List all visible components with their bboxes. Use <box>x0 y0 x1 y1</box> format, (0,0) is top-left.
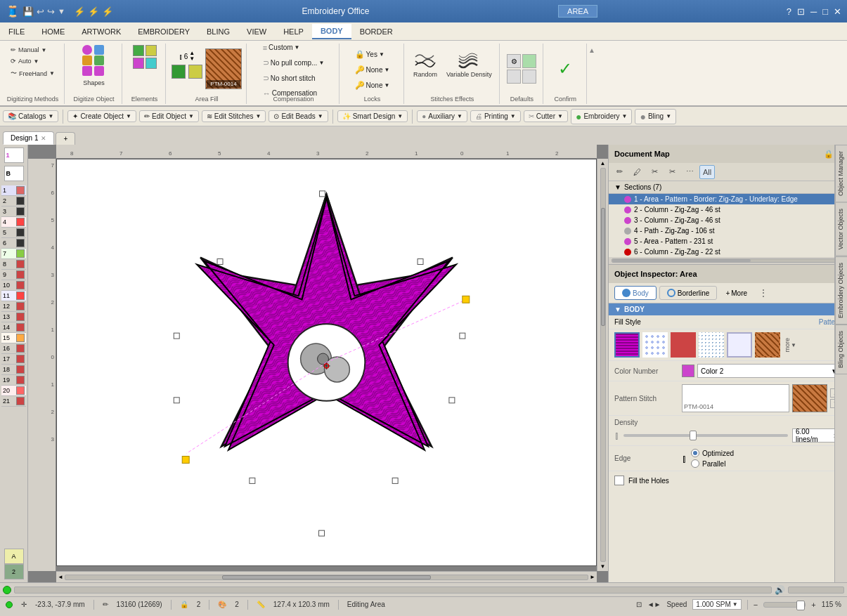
defaults-icon4[interactable] <box>522 70 536 84</box>
tb2-printing[interactable]: 🖨 Printing ▼ <box>470 110 521 122</box>
tree-scrollbar[interactable] <box>609 257 847 264</box>
vscroll-track[interactable] <box>600 168 606 562</box>
zoom-in-btn[interactable]: + <box>811 601 815 609</box>
layer-7[interactable]: 7 <box>1 249 26 259</box>
menu-border[interactable]: BORDER <box>351 25 401 39</box>
menu-artwork[interactable]: ARTWORK <box>73 25 129 39</box>
el-2[interactable] <box>146 45 157 56</box>
dropdown-none2[interactable]: 🔑 None ▼ <box>351 79 394 92</box>
tree-item-1[interactable]: 1 - Area - Pattern - Border: Zig-Zag - U… <box>609 194 847 204</box>
fill-icon1[interactable] <box>172 65 186 79</box>
quick-access-undo[interactable]: ↩ <box>37 6 44 17</box>
btn-variable-density[interactable]: Variable Density <box>444 48 495 80</box>
pattern-btn-3[interactable] <box>671 332 696 358</box>
tb2-auxiliary[interactable]: ● Auxiliary ▼ <box>417 110 467 122</box>
quick-access-redo[interactable]: ↪ <box>47 6 55 17</box>
dropdown-no-pull-comp[interactable]: ⊃ No pull comp... ▼ <box>259 56 328 70</box>
tb2-edit-object[interactable]: ✏ Edit Object ▼ <box>139 110 199 122</box>
tb2-edit-stitches[interactable]: ≋ Edit Stitches ▼ <box>202 110 266 122</box>
settings-icon[interactable]: ⊡ <box>797 6 805 17</box>
layer-10[interactable]: 10 <box>1 280 26 291</box>
quick-access-more[interactable]: ▼ <box>58 7 65 15</box>
tb2-catalogs[interactable]: 📚 Catalogs ▼ <box>3 110 58 122</box>
tab-new[interactable]: + <box>56 132 75 145</box>
pattern-btn-1[interactable] <box>614 332 640 358</box>
tb2-create-object[interactable]: ✦ Create Object ▼ <box>67 110 136 122</box>
dm-btn-scissors2[interactable]: ✂ <box>664 165 680 179</box>
fill-down[interactable]: ▼ <box>189 56 195 62</box>
vscroll-up[interactable]: ▲ <box>600 160 606 166</box>
layer-9[interactable]: 9 <box>1 270 26 280</box>
density-slider-thumb[interactable] <box>690 431 697 440</box>
hscroll-thumb[interactable] <box>222 575 431 579</box>
pattern-btn-6[interactable] <box>755 332 780 358</box>
body-section-header[interactable]: ▼ BODY <box>609 303 847 315</box>
tab-design1[interactable]: Design 1 ✕ <box>3 131 54 145</box>
mini-track[interactable] <box>788 586 844 594</box>
color-indicator-1[interactable]: 1 <box>4 148 24 163</box>
layer-18[interactable]: 18 <box>1 365 26 375</box>
insp-tab-body[interactable]: Body <box>614 286 657 300</box>
side-tab-embroidery-objects[interactable]: Embroidery Objects <box>835 256 847 325</box>
progress-sound-icon[interactable]: 🔊 <box>775 585 785 595</box>
method-auto[interactable]: ⟳ Auto ▼ <box>8 56 41 66</box>
doc-map-lock-icon[interactable]: 🔒 <box>824 150 834 159</box>
method-manual[interactable]: ✏ Manual ▼ <box>8 45 49 55</box>
hscroll-right[interactable]: ► <box>590 574 595 580</box>
layer-a2[interactable]: 2 <box>4 564 24 579</box>
menu-bling[interactable]: BLING <box>198 25 238 39</box>
color-swatch[interactable] <box>682 365 694 377</box>
radio-optimized[interactable] <box>691 449 699 457</box>
layer-21[interactable]: 21 <box>1 396 26 407</box>
layer-8[interactable]: 8 <box>1 259 26 270</box>
ptm-display[interactable]: PTM-0014 <box>682 384 789 412</box>
tree-item-2[interactable]: 2 - Column - Zig-Zag - 46 st <box>609 204 847 215</box>
hscrollbar[interactable]: ◄ ► <box>56 571 597 582</box>
tree-item-6[interactable]: 6 - Column - Zig-Zag - 22 st <box>609 247 847 257</box>
vscrollbar[interactable]: ▲ ▼ <box>597 159 608 571</box>
dm-btn-dots[interactable]: ⋯ <box>682 165 697 179</box>
tree-scroll-thumb[interactable] <box>612 259 751 262</box>
density-slider-track[interactable] <box>623 434 788 437</box>
dm-btn-pen[interactable]: 🖊 <box>629 165 645 179</box>
layer-20[interactable]: 20 <box>1 386 26 396</box>
dropdown-none1[interactable]: 🔑 None ▼ <box>351 63 394 77</box>
close-btn[interactable]: ✕ <box>834 6 841 17</box>
layer-a1[interactable]: A <box>4 549 24 564</box>
el-3[interactable] <box>133 58 144 69</box>
quick-access-save[interactable]: 💾 <box>22 6 34 17</box>
layer-14[interactable]: 14 <box>1 322 26 333</box>
tree-scroll-track[interactable] <box>612 258 844 263</box>
hscroll-track[interactable] <box>65 575 588 580</box>
zoom-slider-thumb[interactable] <box>796 601 805 610</box>
menu-embroidery[interactable]: EMBROIDERY <box>129 25 198 39</box>
menu-file[interactable]: FILE <box>0 25 33 39</box>
layer-2[interactable]: 2 <box>1 196 26 207</box>
zoom-slider-track[interactable] <box>763 602 806 608</box>
fill-icon2[interactable] <box>188 65 202 79</box>
tab-close[interactable]: ✕ <box>41 135 46 142</box>
layer-6[interactable]: 6 <box>1 238 26 249</box>
tree-item-3[interactable]: 3 - Column - Zig-Zag - 46 st <box>609 215 847 225</box>
maximize-btn[interactable]: □ <box>822 6 828 17</box>
layer-5[interactable]: 5 <box>1 228 26 238</box>
status-nav-icon[interactable]: ◄► <box>647 601 661 608</box>
color-number-dropdown[interactable]: Color 2 ▼ <box>697 364 841 378</box>
dropdown-custom[interactable]: ≡ Custom ▼ <box>259 41 304 54</box>
progress-track[interactable] <box>14 586 772 594</box>
dm-btn-scissors1[interactable]: ✂ <box>647 165 662 179</box>
layer-19[interactable]: 19 <box>1 375 26 386</box>
el-1[interactable] <box>133 45 144 56</box>
layer-1[interactable]: 1 <box>1 185 26 196</box>
minimize-btn[interactable]: ─ <box>810 6 817 17</box>
inspector-options-btn[interactable]: ⋮ <box>756 287 771 299</box>
layer-3[interactable]: 3 <box>1 207 26 217</box>
layer-15[interactable]: 15 <box>1 333 26 343</box>
insp-tab-borderline[interactable]: Borderline <box>659 286 718 300</box>
layer-13[interactable]: 13 <box>1 312 26 322</box>
edge-optimized[interactable]: Optimized <box>691 449 734 457</box>
ptm-preview-swatch[interactable] <box>792 384 827 412</box>
tb2-embroidery[interactable]: ● Embroidery ▼ <box>571 109 633 124</box>
speed-dropdown[interactable]: 1.000 SPM ▼ <box>692 599 741 610</box>
menu-view[interactable]: VIEW <box>238 25 275 39</box>
